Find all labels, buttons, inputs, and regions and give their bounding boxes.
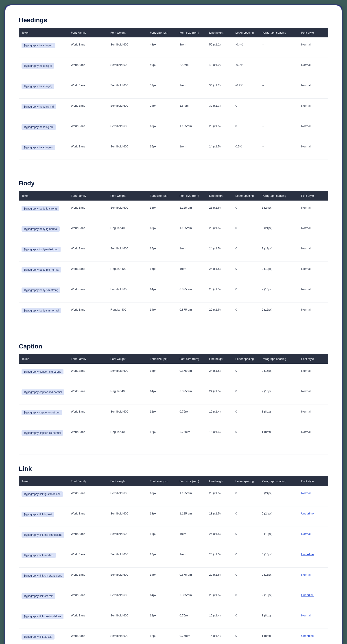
cell-family: Work Sans <box>68 98 108 119</box>
cell-sizeRem: 2.5rem <box>177 58 206 78</box>
cell-family: Work Sans <box>68 58 108 78</box>
cell-sizePx: 12px <box>147 425 177 445</box>
cell-fontStyle: Normal <box>298 200 328 221</box>
cell-fontStyle: Normal <box>298 262 328 282</box>
cell-sizeRem: 1rem <box>177 140 206 160</box>
table-header-row: TokenFont FamilyFont weightFont size (px… <box>19 476 328 486</box>
cell-sizePx: 48px <box>147 38 177 58</box>
cell-sizePx: 40px <box>147 58 177 78</box>
cell-weight: Semibold 600 <box>108 241 147 262</box>
cell-sizeRem: 1.125rem <box>177 486 206 506</box>
cell-sizeRem: 1rem <box>177 527 206 547</box>
cell-sizeRem: 1.5rem <box>177 98 206 119</box>
col-header-sizeRem: Font size (rem) <box>177 191 206 200</box>
cell-paraSpacing: 2 (16px) <box>259 384 298 404</box>
cell-sizeRem: 0.875rem <box>177 364 206 384</box>
col-header-fontStyle: Font style <box>298 354 328 364</box>
cell-paraSpacing: 3 (18px) <box>259 527 298 547</box>
table-row: $typography-link-md-standaloneWork SansS… <box>19 527 328 547</box>
cell-paraSpacing: 2 (16px) <box>259 282 298 302</box>
cell-sizePx: 24px <box>147 98 177 119</box>
cell-fontStyle: Normal <box>298 38 328 58</box>
cell-lineHeight: 16 (x1.4) <box>206 629 233 644</box>
section-title: Body <box>19 180 328 187</box>
font-style-value: Normal <box>301 247 311 250</box>
section-divider <box>19 332 328 332</box>
cell-fontStyle: Underline <box>298 506 328 527</box>
token-pill: $typography-link-sm-text <box>22 593 55 599</box>
cell-paraSpacing: 5 (24px) <box>259 200 298 221</box>
font-style-value: Normal <box>301 124 311 128</box>
cell-paraSpacing: 1 (8px) <box>259 404 298 425</box>
cell-letterSpacing: 0 <box>233 547 259 568</box>
font-style-value: Normal <box>301 288 311 291</box>
col-header-lineHeight: Line height <box>206 191 233 200</box>
cell-sizePx: 18px <box>147 486 177 506</box>
cell-family: Work Sans <box>68 262 108 282</box>
cell-sizeRem: 0.875rem <box>177 588 206 608</box>
cell-sizeRem: 0.875rem <box>177 282 206 302</box>
cell-sizeRem: 1rem <box>177 262 206 282</box>
cell-paraSpacing: -- <box>259 140 298 160</box>
cell-fontStyle: Normal <box>298 527 328 547</box>
typography-table: TokenFont FamilyFont weightFont size (px… <box>19 191 328 323</box>
cell-letterSpacing: 0 <box>233 119 259 140</box>
cell-sizeRem: 2rem <box>177 78 206 98</box>
col-header-sizePx: Font size (px) <box>147 354 177 364</box>
col-header-lineHeight: Line height <box>206 476 233 486</box>
cell-paraSpacing: 1 (8px) <box>259 629 298 644</box>
cell-sizePx: 16px <box>147 547 177 568</box>
table-row: $typography-caption-md-strongWork SansSe… <box>19 364 328 384</box>
cell-weight: Semibold 600 <box>108 486 147 506</box>
cell-family: Work Sans <box>68 608 108 629</box>
font-style-value: Normal <box>301 573 311 576</box>
table-row: $typography-link-sm-standaloneWork SansS… <box>19 568 328 588</box>
token-pill: $typography-link-xs-text <box>22 634 55 640</box>
col-header-paraSpacing: Paragraph spacing <box>259 476 298 486</box>
table-row: $typography-heading-xlWork SansSemibold … <box>19 58 328 78</box>
col-header-paraSpacing: Paragraph spacing <box>259 28 298 38</box>
cell-letterSpacing: 0 <box>233 282 259 302</box>
cell-paraSpacing: 3 (18px) <box>259 241 298 262</box>
token-pill: $typography-heading-xl <box>22 63 54 68</box>
cell-sizePx: 14px <box>147 302 177 323</box>
table-row: $typography-body-md-normalWork SansRegul… <box>19 262 328 282</box>
cell-fontStyle: Underline <box>298 629 328 644</box>
cell-family: Work Sans <box>68 302 108 323</box>
table-row: $typography-body-md-strongWork SansSemib… <box>19 241 328 262</box>
cell-weight: Semibold 600 <box>108 547 147 568</box>
font-style-value: Underline <box>301 593 314 597</box>
cell-lineHeight: 32 (x1.3) <box>206 98 233 119</box>
table-header-row: TokenFont FamilyFont weightFont size (px… <box>19 354 328 364</box>
font-style-value: Normal <box>301 145 311 148</box>
cell-letterSpacing: 0 <box>233 200 259 221</box>
token-pill: $typography-link-lg-standalone <box>22 492 63 497</box>
token-pill: $typography-body-sm-strong <box>22 288 60 293</box>
cell-letterSpacing: 0 <box>233 241 259 262</box>
cell-fontStyle: Underline <box>298 588 328 608</box>
table-row: $typography-caption-xs-strongWork SansSe… <box>19 404 328 425</box>
cell-fontStyle: Normal <box>298 98 328 119</box>
section-body: BodyTokenFont FamilyFont weightFont size… <box>19 180 328 323</box>
cell-letterSpacing: 0 <box>233 221 259 241</box>
cell-fontStyle: Normal <box>298 568 328 588</box>
token-pill: $typography-body-lg-strong <box>22 206 59 211</box>
cell-sizeRem: 1.125rem <box>177 119 206 140</box>
cell-letterSpacing: 0 <box>233 302 259 323</box>
token-pill: $typography-heading-xs <box>22 145 55 150</box>
cell-fontStyle: Normal <box>298 425 328 445</box>
table-row: $typography-link-lg-textWork SansSemibol… <box>19 506 328 527</box>
cell-letterSpacing: 0 <box>233 506 259 527</box>
cell-family: Work Sans <box>68 547 108 568</box>
section-headings: HeadingsTokenFont FamilyFont weightFont … <box>19 16 328 160</box>
table-row: $typography-link-sm-textWork SansSemibol… <box>19 588 328 608</box>
cell-family: Work Sans <box>68 38 108 58</box>
typography-table: TokenFont FamilyFont weightFont size (px… <box>19 476 328 644</box>
cell-sizePx: 14px <box>147 364 177 384</box>
cell-sizePx: 32px <box>147 78 177 98</box>
font-style-value: Normal <box>301 104 311 107</box>
table-header-row: TokenFont FamilyFont weightFont size (px… <box>19 191 328 200</box>
col-header-letterSpacing: Letter spacing <box>233 354 259 364</box>
font-style-value: Normal <box>301 410 311 413</box>
cell-paraSpacing: 2 (16px) <box>259 568 298 588</box>
